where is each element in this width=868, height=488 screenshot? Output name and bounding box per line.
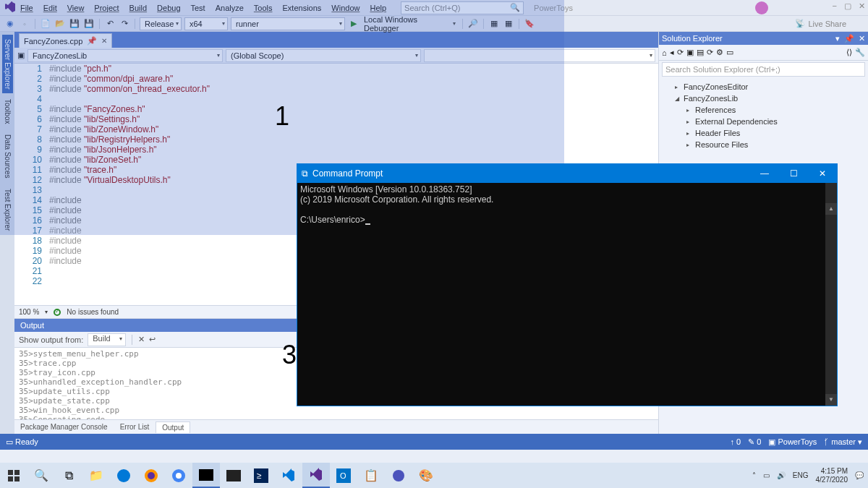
menu-file[interactable]: File — [20, 4, 33, 12]
pin-icon[interactable]: 📌 — [87, 36, 97, 46]
outlook-icon[interactable]: O — [330, 463, 357, 488]
menu-edit[interactable]: Edit — [43, 4, 57, 12]
menu-project[interactable]: Project — [94, 4, 119, 12]
nav-back-icon[interactable]: ◉ — [4, 18, 16, 30]
user-avatar[interactable] — [755, 1, 768, 14]
solution-platform-combo[interactable]: x64 — [184, 17, 228, 30]
document-tab[interactable]: FancyZones.cpp 📌 ✕ — [19, 33, 112, 48]
tree-item[interactable]: ▸External Dependencies — [663, 116, 864, 127]
find-icon[interactable]: 🔎 — [467, 18, 479, 30]
collapse-icon[interactable]: ▣ — [686, 48, 694, 57]
properties-icon[interactable]: ⚙ — [716, 48, 723, 57]
toggle-wrap-icon[interactable]: ↩ — [149, 335, 156, 344]
debug-target-combo[interactable]: Local Windows Debugger — [359, 17, 458, 30]
tab-error-list[interactable]: Error List — [114, 421, 156, 432]
solution-search[interactable]: Search Solution Explorer (Ctrl+;) — [662, 62, 865, 77]
menu-analyze[interactable]: Analyze — [216, 4, 244, 12]
action-center-icon[interactable]: 💬 — [855, 471, 864, 479]
vscode-icon[interactable] — [275, 463, 302, 488]
quick-launch-search[interactable]: Search (Ctrl+Q) 🔍 — [401, 1, 524, 14]
nav-scope-combo[interactable]: (Global Scope) — [226, 49, 421, 62]
tree-item[interactable]: ◢FancyZonesLib — [663, 93, 864, 104]
back-icon[interactable]: ◂ — [670, 48, 674, 57]
terminal-icon[interactable] — [192, 463, 220, 488]
scroll-down-icon[interactable]: ▼ — [825, 394, 837, 406]
menu-test[interactable]: Test — [191, 4, 205, 12]
close-icon[interactable]: ✕ — [859, 1, 865, 11]
menu-build[interactable]: Build — [129, 4, 147, 12]
refresh-icon[interactable]: ⟳ — [707, 48, 713, 57]
cmd-title-bar[interactable]: ⧉Command Prompt — ☐ ✕ — [297, 164, 837, 183]
chrome-icon[interactable] — [165, 463, 192, 488]
tab-package-manager[interactable]: Package Manager Console — [14, 421, 114, 432]
search-icon[interactable]: 🔍 — [27, 463, 55, 488]
sync-icon[interactable]: ⟳ — [677, 48, 684, 57]
cmd-maximize-icon[interactable]: ☐ — [779, 164, 808, 183]
clock[interactable]: 4:15 PM4/27/2020 — [816, 467, 848, 484]
git-branch[interactable]: ᚶ master ▾ — [824, 437, 862, 447]
save-all-icon[interactable]: 💾 — [83, 18, 95, 30]
git-up-icon[interactable]: ↑ 0 — [731, 437, 741, 446]
network-icon[interactable]: ▭ — [763, 471, 770, 479]
misc-app-icon[interactable]: 🎨 — [412, 463, 440, 488]
task-view-icon[interactable]: ⧉ — [55, 463, 82, 488]
powershell-icon[interactable]: ≥ — [247, 463, 275, 488]
git-down-icon[interactable]: ✎ 0 — [748, 437, 761, 447]
command-prompt-window[interactable]: ⧉Command Prompt — ☐ ✕ Microsoft Windows … — [297, 163, 838, 406]
solution-tree[interactable]: ▸FancyZonesEditor◢FancyZonesLib▸Referenc… — [659, 78, 868, 153]
test-explorer-tab[interactable]: Test Explorer — [2, 184, 13, 235]
cmd-minimize-icon[interactable]: — — [750, 164, 779, 183]
nav-member-combo[interactable] — [424, 49, 655, 62]
tree-item[interactable]: ▸Header Files — [663, 127, 864, 139]
toolbox-tab[interactable]: Toolbox — [2, 95, 13, 128]
file-explorer-icon[interactable]: 📁 — [82, 463, 110, 488]
cmd-close-icon[interactable]: ✕ — [808, 164, 837, 183]
comment-icon[interactable]: ▦ — [488, 18, 500, 30]
terminal2-icon[interactable] — [220, 463, 247, 488]
nav-fwd-icon[interactable]: ◦ — [19, 18, 30, 30]
open-icon[interactable]: 📂 — [54, 18, 66, 30]
teams-icon[interactable] — [385, 463, 412, 488]
language-indicator[interactable]: ENG — [793, 471, 809, 479]
cmd-terminal[interactable]: Microsoft Windows [Version 10.0.18363.75… — [297, 183, 837, 406]
scroll-up-icon[interactable]: ▲ — [825, 203, 837, 215]
view-code-icon[interactable]: ⟨⟩ — [846, 48, 852, 57]
undo-icon[interactable]: ↶ — [104, 18, 116, 30]
menu-help[interactable]: Help — [370, 4, 386, 12]
pin-icon[interactable]: 📌 — [844, 34, 854, 43]
startup-project-combo[interactable]: runner — [231, 17, 345, 30]
bookmark-icon[interactable]: 🔖 — [524, 18, 535, 30]
nav-project-combo[interactable]: FancyZonesLib — [27, 49, 223, 62]
autohide-icon[interactable]: ▾ — [835, 34, 840, 43]
preview-icon[interactable]: ▭ — [726, 48, 733, 57]
menu-window[interactable]: Window — [331, 4, 359, 12]
close-tab-icon[interactable]: ✕ — [101, 37, 107, 45]
volume-icon[interactable]: 🔊 — [777, 471, 786, 479]
server-explorer-tab[interactable]: Server Explorer — [2, 35, 13, 93]
solution-config-combo[interactable]: Release — [140, 17, 182, 30]
firefox-icon[interactable] — [137, 463, 165, 488]
show-all-icon[interactable]: ▤ — [697, 48, 704, 57]
close-panel-icon[interactable]: ✕ — [859, 34, 865, 43]
new-project-icon[interactable]: 📄 — [40, 18, 51, 30]
menu-view[interactable]: View — [67, 4, 85, 12]
tree-item[interactable]: ▸References — [663, 104, 864, 116]
git-repo[interactable]: ▣ PowerToys — [768, 437, 817, 447]
minimize-icon[interactable]: − — [833, 1, 837, 11]
clear-output-icon[interactable]: ✕ — [138, 335, 145, 344]
menu-tools[interactable]: Tools — [254, 4, 273, 12]
wrench-icon[interactable]: 🔧 — [855, 48, 865, 57]
tab-output[interactable]: Output — [156, 421, 190, 433]
edge-icon[interactable] — [110, 463, 137, 488]
start-button[interactable] — [0, 463, 27, 488]
menu-extensions[interactable]: Extensions — [283, 4, 322, 12]
menu-debug[interactable]: Debug — [157, 4, 180, 12]
data-sources-tab[interactable]: Data Sources — [2, 130, 13, 183]
tree-item[interactable]: ▸FancyZonesEditor — [663, 81, 864, 93]
live-share-button[interactable]: 📡Live Share — [795, 19, 846, 28]
output-source-combo[interactable]: Build — [88, 333, 125, 346]
save-icon[interactable]: 💾 — [69, 18, 80, 30]
notepad-icon[interactable]: 📋 — [357, 463, 385, 488]
uncomment-icon[interactable]: ▦ — [503, 18, 514, 30]
home-icon[interactable]: ⌂ — [662, 48, 667, 57]
